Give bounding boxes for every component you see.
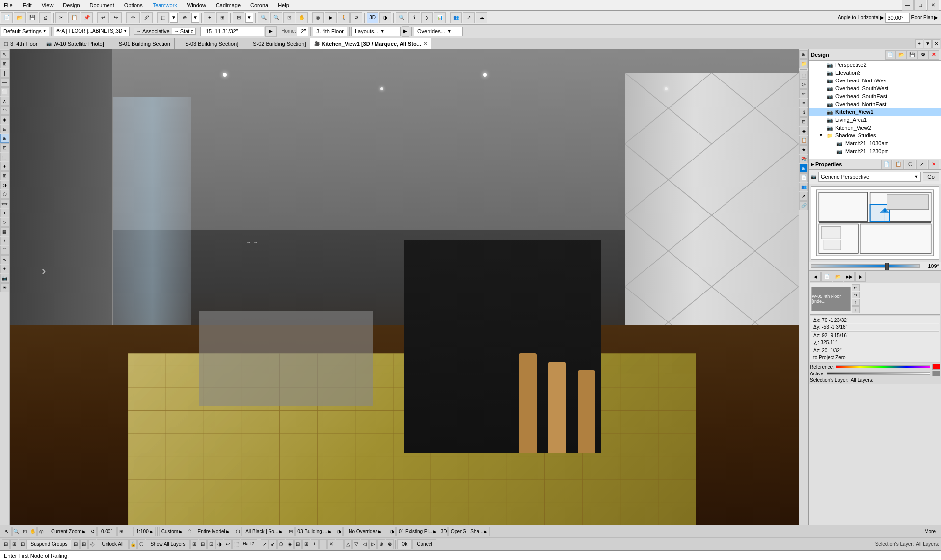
bt-3d[interactable]: 3D [440,527,448,536]
bt2-5[interactable]: ⊞ [80,539,88,549]
paste-btn[interactable]: 📌 [81,12,93,23]
menu-edit[interactable]: Edit [21,1,34,9]
prop-btn-2[interactable]: 📋 [893,160,904,169]
tree-item-overhead-ne[interactable]: 📷 Overhead_NorthEast [809,100,941,108]
bt2-10[interactable]: ⊟ [199,539,207,549]
prop-btn-3[interactable]: ⬡ [905,160,915,169]
angle-value-input[interactable]: 30.00° [885,13,910,23]
rp-new[interactable]: 📄 [885,50,896,60]
menu-options[interactable]: Options [122,1,145,9]
bt2-30[interactable]: ⊗ [386,539,394,549]
cut-btn[interactable]: ✂ [55,12,67,23]
rt-structure[interactable]: ⊟ [799,117,808,126]
coord-options-btn[interactable]: ▶ [265,26,277,37]
tree-item-march21-1030[interactable]: 📷 March21_1030am [809,139,941,147]
menu-cadimage[interactable]: Cadimage [214,1,242,9]
tool-spline[interactable]: ∿ [0,255,9,264]
rt-selection[interactable]: ⬚ [799,71,808,80]
tree-item-perspective2[interactable]: 📷 Perspective2 [809,61,941,69]
nav-arrow-left[interactable]: › [41,263,46,279]
bt2-16[interactable]: ↙ [269,539,277,549]
bt2-13[interactable]: ↩ [224,539,232,549]
half2-btn[interactable]: Half 2 [241,539,257,549]
tool-label[interactable]: ▷ [0,218,9,227]
tree-item-living-area1[interactable]: 📷 Living_Area1 [809,116,941,124]
tool-text[interactable]: T [0,209,9,217]
restore-btn[interactable]: □ [914,0,926,11]
bt2-17[interactable]: ⬡ [277,539,285,549]
bt2-23[interactable]: ✕ [327,539,335,549]
bt2-14[interactable]: ⬚ [232,539,240,549]
schedule-btn[interactable]: 📊 [434,12,446,23]
orbit-btn[interactable]: ◎ [312,12,324,23]
entire-model-dropdown[interactable]: Entire Model ▶ [194,527,233,536]
bt2-4[interactable]: ⊟ [72,539,80,549]
tree-item-kitchen-view1[interactable]: 📷 Kitchen_View1 [809,108,941,116]
active-slider[interactable] [827,372,930,375]
rt-info[interactable]: ℹ [799,108,808,117]
tool-fill[interactable]: ▦ [0,227,9,236]
tool-column[interactable]: | [0,69,9,78]
tool-beam[interactable]: — [0,78,9,87]
bt2-3[interactable]: ⊡ [19,539,27,549]
angle-display-btn[interactable]: 0.00° [97,527,117,536]
doc-nav-4[interactable]: ↓ [852,306,860,313]
rp-settings[interactable]: ⚙ [917,50,928,60]
doc-nav-3[interactable]: ↑ [852,299,860,306]
tool-dimension[interactable]: ⟺ [0,199,9,208]
pencil-btn[interactable]: 🖊 [141,12,153,23]
tool-arrow[interactable]: ↖ [0,50,9,59]
bt2-24[interactable]: ÷ [336,539,344,549]
floor-selector[interactable]: 👁 A | FLOOR |...ABINETS].3D ▼ [54,27,130,36]
doc-nav-1[interactable]: ↩ [852,284,860,291]
bt2-22[interactable]: − [319,539,327,549]
menu-teamwork[interactable]: Teamwork [151,1,179,9]
rt-navigator[interactable]: ⊞ [799,50,808,59]
unlock-all-btn[interactable]: Unlock All [97,539,129,549]
zoom-all-btn[interactable]: ⊡ [283,12,295,23]
bt2-2[interactable]: ⊞ [10,539,18,549]
show-all-layers-btn[interactable]: Show All Layers [146,539,190,549]
flythrough-btn[interactable]: ▶ [325,12,337,23]
tree-item-kitchen-view2[interactable]: 📷 Kitchen_View2 [809,124,941,132]
bt-grid[interactable]: ⊞ [117,527,125,536]
tab-s02-section[interactable]: — S-02 Building Section] [242,38,310,49]
angle-slider[interactable] [811,264,920,268]
prop-close[interactable]: ✕ [928,160,939,169]
angle-slider-thumb[interactable] [885,263,889,270]
bt-guideline[interactable]: — [126,527,134,536]
cloud-btn[interactable]: ☁ [476,12,487,23]
existing-plan-dropdown[interactable]: 01 Existing Pl... ▶ [396,527,439,536]
tool-zone[interactable]: ⬡ [0,190,9,199]
tab-4th-floor[interactable]: ⬚ 3. 4th Floor [0,38,42,49]
suspend-groups-btn[interactable]: Suspend Groups [27,539,71,549]
bt-orbit[interactable]: ◎ [37,527,45,536]
cancel-btn[interactable]: Cancel [412,539,436,549]
bt2-8[interactable]: ⬡ [137,539,145,549]
tool-morph[interactable]: ◈ [0,115,9,124]
menu-corona[interactable]: Corona [248,1,270,9]
rp-open[interactable]: 📂 [896,50,907,60]
rt-organizer[interactable]: 📁 [799,59,808,68]
tool-skylight[interactable]: ◑ [0,181,9,189]
tab-new-btn[interactable]: + [915,39,923,48]
calc-btn[interactable]: ∑ [421,12,433,23]
close-btn[interactable]: ✕ [927,0,939,11]
custom-dropdown[interactable]: Custom ▶ [159,527,185,536]
layer-dropdown[interactable]: All Black | So... ▶ [242,527,286,536]
bt-pan[interactable]: ✋ [29,527,37,536]
doc-btn-4[interactable]: ▶▶ [844,272,855,282]
share-btn[interactable]: ↗ [463,12,475,23]
tool-stair[interactable]: ⊟ [0,125,9,133]
more-btn[interactable]: More [921,527,939,536]
tree-item-shadow-studies[interactable]: ▼ 📁 Shadow_Studies [809,132,941,139]
overrides-dropdown[interactable]: Overrides... ▼ [414,27,463,36]
tool-shell[interactable]: ◠ [0,106,9,115]
rt-favorites[interactable]: ★ [799,145,808,154]
zoom-in-btn[interactable]: 🔍 [258,12,269,23]
bt-zoom[interactable]: 🔍 [12,527,20,536]
properties-expand[interactable]: ▶ [811,162,814,167]
doc-btn-1[interactable]: ◀ [810,272,821,282]
bt2-25[interactable]: △ [344,539,352,549]
3d-btn[interactable]: 3D [367,12,378,23]
